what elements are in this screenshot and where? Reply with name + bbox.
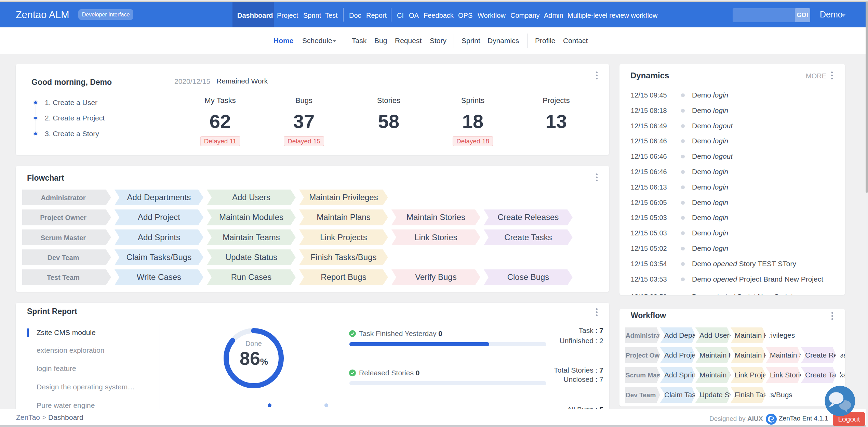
svg-text:Maintain Privileges: Maintain Privileges — [309, 193, 378, 202]
svg-text:Close Bugs: Close Bugs — [507, 272, 549, 282]
svg-text:Maintain Modules: Maintain Modules — [219, 212, 283, 222]
svg-text:Finish Tasks/Bugs: Finish Tasks/Bugs — [311, 253, 377, 262]
svg-text:Link Projects: Link Projects — [320, 232, 367, 242]
svg-text:Update Status: Update Status — [225, 253, 277, 262]
svg-text:Run Cases: Run Cases — [231, 272, 272, 282]
svg-text:Maintain Teams: Maintain Teams — [223, 232, 280, 242]
svg-text:Create Tasks: Create Tasks — [504, 232, 552, 242]
svg-text:Report Bugs: Report Bugs — [321, 272, 366, 282]
svg-text:Write Cases: Write Cases — [137, 272, 181, 282]
svg-text:Finish Tasks/Bugs: Finish Tasks/Bugs — [735, 391, 792, 399]
svg-text:Add Project: Add Project — [138, 212, 180, 222]
svg-text:Add Users: Add Users — [699, 331, 733, 339]
svg-text:Add Users: Add Users — [232, 193, 270, 202]
svg-text:Maintain Stories: Maintain Stories — [406, 212, 465, 222]
svg-text:Project Owner: Project Owner — [40, 214, 86, 221]
svg-text:Test Team: Test Team — [47, 274, 80, 281]
svg-text:Dev Team: Dev Team — [626, 391, 656, 399]
svg-text:Scrum Master: Scrum Master — [41, 234, 86, 241]
svg-text:Maintain Plans: Maintain Plans — [317, 212, 370, 222]
svg-text:Administrator: Administrator — [41, 194, 85, 202]
svg-text:Claim Tasks/Bugs: Claim Tasks/Bugs — [126, 253, 191, 262]
svg-text:Verify Bugs: Verify Bugs — [415, 272, 456, 282]
svg-text:Create Releases: Create Releases — [498, 212, 559, 222]
svg-text:Dev Team: Dev Team — [47, 254, 79, 261]
svg-text:Add Departments: Add Departments — [127, 193, 191, 202]
svg-text:Add Sprints: Add Sprints — [138, 232, 180, 242]
svg-text:Link Stories: Link Stories — [414, 232, 457, 242]
